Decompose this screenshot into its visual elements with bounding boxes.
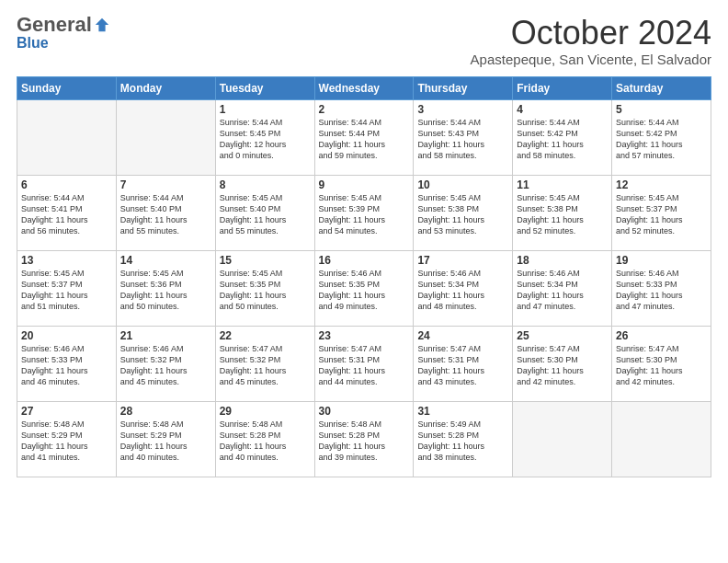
calendar-cell [513,401,612,477]
cell-info: Sunrise: 5:45 AM Sunset: 5:38 PM Dayligh… [517,192,608,237]
calendar-cell: 10Sunrise: 5:45 AM Sunset: 5:38 PM Dayli… [414,175,513,250]
cell-info: Sunrise: 5:44 AM Sunset: 5:42 PM Dayligh… [616,117,707,162]
day-number: 27 [21,405,112,418]
calendar-cell: 28Sunrise: 5:48 AM Sunset: 5:29 PM Dayli… [116,401,215,477]
calendar-week-5: 27Sunrise: 5:48 AM Sunset: 5:29 PM Dayli… [17,401,711,477]
day-number: 9 [319,178,410,191]
day-number: 18 [517,254,608,267]
day-number: 13 [21,254,112,267]
day-number: 22 [220,329,311,342]
calendar-cell: 8Sunrise: 5:45 AM Sunset: 5:40 PM Daylig… [215,175,314,250]
day-number: 4 [517,103,608,116]
cell-info: Sunrise: 5:47 AM Sunset: 5:30 PM Dayligh… [517,343,608,388]
day-number: 28 [120,405,211,418]
calendar-cell: 11Sunrise: 5:45 AM Sunset: 5:38 PM Dayli… [513,175,612,250]
cell-info: Sunrise: 5:48 AM Sunset: 5:28 PM Dayligh… [220,419,311,464]
day-number: 1 [220,103,311,116]
calendar-cell: 5Sunrise: 5:44 AM Sunset: 5:42 PM Daylig… [612,99,711,175]
day-number: 23 [319,329,410,342]
day-number: 10 [417,178,508,191]
day-number: 20 [21,329,112,342]
calendar-week-3: 13Sunrise: 5:45 AM Sunset: 5:37 PM Dayli… [17,250,711,326]
calendar-cell: 27Sunrise: 5:48 AM Sunset: 5:29 PM Dayli… [17,401,117,477]
cell-info: Sunrise: 5:45 AM Sunset: 5:35 PM Dayligh… [220,268,311,313]
calendar-cell: 4Sunrise: 5:44 AM Sunset: 5:42 PM Daylig… [513,99,612,175]
day-number: 30 [319,405,410,418]
page: General Blue October 2024 Apastepeque, S… [0,0,728,563]
calendar-cell: 18Sunrise: 5:46 AM Sunset: 5:34 PM Dayli… [513,250,612,326]
cell-info: Sunrise: 5:46 AM Sunset: 5:34 PM Dayligh… [417,268,508,313]
calendar-cell: 21Sunrise: 5:46 AM Sunset: 5:32 PM Dayli… [116,326,215,401]
calendar: SundayMondayTuesdayWednesdayThursdayFrid… [17,76,711,477]
day-number: 8 [220,178,311,191]
calendar-cell: 15Sunrise: 5:45 AM Sunset: 5:35 PM Dayli… [215,250,314,326]
calendar-cell: 9Sunrise: 5:45 AM Sunset: 5:39 PM Daylig… [314,175,414,250]
calendar-week-2: 6Sunrise: 5:44 AM Sunset: 5:41 PM Daylig… [17,175,711,250]
day-header-tuesday: Tuesday [215,76,314,99]
cell-info: Sunrise: 5:44 AM Sunset: 5:43 PM Dayligh… [417,117,508,162]
day-number: 21 [120,329,211,342]
cell-info: Sunrise: 5:49 AM Sunset: 5:28 PM Dayligh… [417,419,508,464]
calendar-cell [17,99,117,175]
calendar-cell: 23Sunrise: 5:47 AM Sunset: 5:31 PM Dayli… [314,326,414,401]
calendar-cell [116,99,215,175]
day-header-saturday: Saturday [612,76,711,99]
calendar-cell: 16Sunrise: 5:46 AM Sunset: 5:35 PM Dayli… [314,250,414,326]
day-header-monday: Monday [116,76,215,99]
cell-info: Sunrise: 5:44 AM Sunset: 5:45 PM Dayligh… [220,117,311,162]
calendar-cell: 24Sunrise: 5:47 AM Sunset: 5:31 PM Dayli… [414,326,513,401]
location: Apastepeque, San Vicente, El Salvador [471,52,711,67]
day-number: 31 [417,405,508,418]
day-number: 3 [417,103,508,116]
calendar-header-row: SundayMondayTuesdayWednesdayThursdayFrid… [17,76,711,99]
title-block: October 2024 Apastepeque, San Vicente, E… [471,15,711,67]
calendar-cell: 13Sunrise: 5:45 AM Sunset: 5:37 PM Dayli… [17,250,117,326]
day-header-thursday: Thursday [414,76,513,99]
logo: General Blue [17,15,110,52]
calendar-cell: 14Sunrise: 5:45 AM Sunset: 5:36 PM Dayli… [116,250,215,326]
logo-blue-text: Blue [17,35,49,51]
day-number: 6 [21,178,112,191]
cell-info: Sunrise: 5:44 AM Sunset: 5:41 PM Dayligh… [21,192,112,237]
day-number: 2 [319,103,410,116]
day-number: 17 [417,254,508,267]
svg-marker-0 [96,18,108,31]
day-number: 7 [120,178,211,191]
cell-info: Sunrise: 5:48 AM Sunset: 5:28 PM Dayligh… [319,419,410,464]
month-title: October 2024 [471,15,711,52]
calendar-cell: 22Sunrise: 5:47 AM Sunset: 5:32 PM Dayli… [215,326,314,401]
day-header-friday: Friday [513,76,612,99]
cell-info: Sunrise: 5:47 AM Sunset: 5:31 PM Dayligh… [319,343,410,388]
calendar-week-1: 1Sunrise: 5:44 AM Sunset: 5:45 PM Daylig… [17,99,711,175]
day-header-sunday: Sunday [17,76,117,99]
cell-info: Sunrise: 5:44 AM Sunset: 5:40 PM Dayligh… [120,192,211,237]
cell-info: Sunrise: 5:44 AM Sunset: 5:44 PM Dayligh… [319,117,410,162]
cell-info: Sunrise: 5:46 AM Sunset: 5:33 PM Dayligh… [21,343,112,388]
cell-info: Sunrise: 5:45 AM Sunset: 5:38 PM Dayligh… [417,192,508,237]
cell-info: Sunrise: 5:46 AM Sunset: 5:33 PM Dayligh… [616,268,707,313]
cell-info: Sunrise: 5:48 AM Sunset: 5:29 PM Dayligh… [120,419,211,464]
day-number: 29 [220,405,311,418]
calendar-cell: 25Sunrise: 5:47 AM Sunset: 5:30 PM Dayli… [513,326,612,401]
day-number: 5 [616,103,707,116]
day-number: 15 [220,254,311,267]
calendar-cell: 2Sunrise: 5:44 AM Sunset: 5:44 PM Daylig… [314,99,414,175]
day-number: 19 [616,254,707,267]
calendar-cell: 6Sunrise: 5:44 AM Sunset: 5:41 PM Daylig… [17,175,117,250]
calendar-cell: 7Sunrise: 5:44 AM Sunset: 5:40 PM Daylig… [116,175,215,250]
cell-info: Sunrise: 5:47 AM Sunset: 5:30 PM Dayligh… [616,343,707,388]
cell-info: Sunrise: 5:45 AM Sunset: 5:36 PM Dayligh… [120,268,211,313]
day-number: 26 [616,329,707,342]
cell-info: Sunrise: 5:45 AM Sunset: 5:37 PM Dayligh… [21,268,112,313]
cell-info: Sunrise: 5:46 AM Sunset: 5:34 PM Dayligh… [517,268,608,313]
cell-info: Sunrise: 5:45 AM Sunset: 5:40 PM Dayligh… [220,192,311,237]
calendar-cell: 29Sunrise: 5:48 AM Sunset: 5:28 PM Dayli… [215,401,314,477]
day-number: 25 [517,329,608,342]
calendar-cell: 1Sunrise: 5:44 AM Sunset: 5:45 PM Daylig… [215,99,314,175]
logo-icon [94,17,110,33]
calendar-cell: 19Sunrise: 5:46 AM Sunset: 5:33 PM Dayli… [612,250,711,326]
cell-info: Sunrise: 5:44 AM Sunset: 5:42 PM Dayligh… [517,117,608,162]
calendar-cell [612,401,711,477]
logo-general-text: General [17,15,92,35]
day-number: 11 [517,178,608,191]
